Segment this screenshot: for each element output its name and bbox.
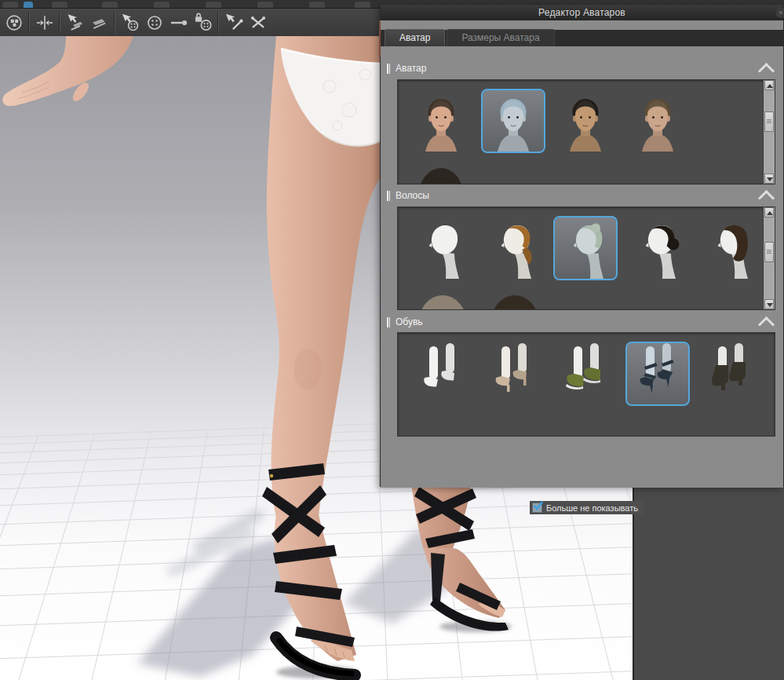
tab-размеры-аватара[interactable]: Размеры Аватара bbox=[447, 29, 554, 46]
dont-show-again-checkbox[interactable]: Больше не показывать bbox=[530, 501, 644, 514]
female-pale-avatar-thumbnail[interactable] bbox=[483, 90, 544, 152]
bald-head-thumbnail[interactable] bbox=[410, 218, 472, 279]
fabric-texture-icon[interactable] bbox=[2, 11, 26, 35]
lock-button-icon[interactable] bbox=[191, 11, 215, 35]
green-platform-shoes-thumbnail[interactable] bbox=[555, 343, 616, 404]
chevron-up-icon[interactable] bbox=[758, 190, 775, 207]
toolbar-separator bbox=[217, 12, 219, 34]
scroll-up-button[interactable] bbox=[764, 80, 774, 90]
next-row-thumbnail-partial[interactable] bbox=[418, 295, 467, 310]
next-row-thumbnail-partial[interactable] bbox=[418, 168, 464, 185]
toolbar-separator bbox=[59, 12, 60, 34]
scroll-down-button[interactable] bbox=[764, 174, 774, 184]
scroll-up-button[interactable] bbox=[764, 207, 774, 218]
female-dark-hair-avatar-thumbnail[interactable] bbox=[410, 90, 472, 152]
chevron-up-icon[interactable] bbox=[758, 63, 775, 79]
dialog-tab-bar: АватарРазмеры Аватара bbox=[381, 30, 783, 46]
male-black-hair-avatar-thumbnail[interactable] bbox=[555, 90, 616, 152]
section-marker bbox=[387, 191, 391, 201]
avatar-thumbnail-list bbox=[397, 79, 775, 185]
pin-line-icon[interactable] bbox=[166, 11, 191, 35]
free-sewing-icon[interactable] bbox=[87, 11, 111, 35]
scrollbar-thumb[interactable] bbox=[764, 242, 774, 262]
beige-heels-thumbnail[interactable] bbox=[483, 343, 544, 404]
dark-strappy-heels-thumbnail[interactable] bbox=[627, 343, 688, 404]
dialog-close-button[interactable]: × bbox=[775, 7, 784, 18]
select-pin-icon[interactable] bbox=[221, 11, 246, 35]
tab-аватар[interactable]: Аватар bbox=[385, 29, 445, 46]
avatar-editor-dialog: Редактор Аватаров × АватарРазмеры Аватар… bbox=[380, 4, 784, 487]
toolbar-separator bbox=[114, 12, 115, 34]
scroll-down-button[interactable] bbox=[764, 299, 774, 309]
section-header-shoes[interactable]: Обувь bbox=[387, 313, 777, 331]
remove-pin-icon[interactable] bbox=[246, 11, 270, 35]
male-brown-hair-avatar-thumbnail[interactable] bbox=[627, 90, 688, 152]
segment-sewing-icon[interactable] bbox=[63, 11, 87, 35]
section-marker bbox=[387, 317, 391, 327]
scrollbar-thumb[interactable] bbox=[764, 112, 774, 132]
hair-thumbnail-list bbox=[397, 207, 775, 310]
sync-arrows-icon[interactable] bbox=[32, 11, 57, 35]
checkbox-label: Больше не показывать bbox=[546, 503, 638, 513]
brown-ponytail-hair-thumbnail[interactable] bbox=[483, 218, 544, 279]
section-label: Обувь bbox=[396, 316, 423, 327]
dialog-body: Аватар Волосы bbox=[381, 46, 783, 488]
section-marker bbox=[387, 64, 391, 74]
bare-feet-thumbnail[interactable] bbox=[410, 343, 472, 404]
section-header-avatar[interactable]: Аватар bbox=[387, 60, 777, 77]
checkbox-box[interactable] bbox=[532, 503, 542, 513]
black-bun-hair-thumbnail[interactable] bbox=[627, 218, 688, 279]
vertical-scrollbar[interactable] bbox=[763, 207, 775, 309]
select-button-icon[interactable] bbox=[118, 11, 142, 35]
toolbar-separator bbox=[28, 12, 30, 34]
gray-updo-hair-thumbnail[interactable] bbox=[555, 218, 616, 279]
next-row-thumbnail-partial[interactable] bbox=[490, 295, 539, 310]
brown-bob-hair-thumbnail[interactable] bbox=[699, 218, 760, 279]
section-label: Волосы bbox=[396, 190, 429, 201]
side-panel-empty bbox=[633, 487, 784, 680]
shoes-thumbnail-list bbox=[397, 332, 775, 437]
vertical-scrollbar[interactable] bbox=[763, 80, 775, 184]
chevron-up-icon[interactable] bbox=[758, 316, 775, 333]
section-label: Аватар bbox=[396, 63, 426, 74]
dark-ankle-boots-thumbnail[interactable] bbox=[699, 343, 760, 404]
application-window: Редактор Аватаров × АватарРазмеры Аватар… bbox=[0, 0, 784, 680]
dialog-title-bar[interactable]: Редактор Аватаров bbox=[381, 5, 783, 20]
button-icon[interactable] bbox=[142, 11, 166, 35]
section-header-hair[interactable]: Волосы bbox=[387, 187, 777, 204]
